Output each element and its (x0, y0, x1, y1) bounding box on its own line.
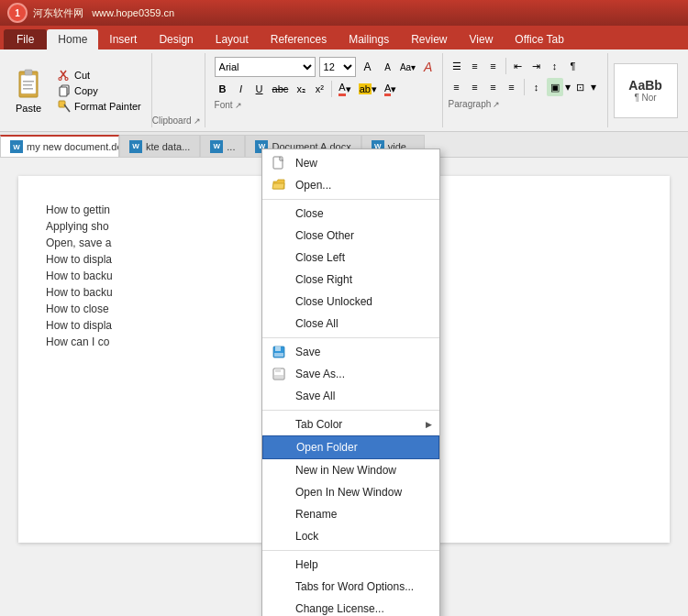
borders-button[interactable]: ⊡ (572, 78, 589, 96)
menu-item-close-all[interactable]: Close All (262, 313, 439, 335)
multilevel-button[interactable]: ≡ (485, 57, 502, 75)
tab-layout[interactable]: Layout (205, 29, 260, 50)
context-menu: New Open... Close Close Other Close Left… (261, 148, 440, 616)
strikethrough-button[interactable]: abc (270, 80, 292, 98)
italic-button[interactable]: I (233, 80, 250, 98)
underline-button[interactable]: U (251, 80, 268, 98)
menu-sep-1 (262, 199, 439, 200)
menu-item-open-window[interactable]: Open In New Window (262, 481, 439, 503)
menu-item-save-all[interactable]: Save All (262, 385, 439, 407)
svg-point-9 (65, 77, 68, 80)
clipboard-expander[interactable]: ↗ (194, 116, 201, 126)
menu-item-save-as[interactable]: Save As... (262, 363, 439, 385)
title-bar: 1 河东软件网 www.hope0359.cn (0, 0, 688, 26)
svg-rect-21 (274, 375, 283, 379)
font-color-button[interactable]: A▾ (336, 80, 353, 98)
copy-button[interactable]: Copy (55, 83, 144, 98)
cut-button[interactable]: Cut (55, 68, 144, 82)
svg-rect-18 (274, 353, 283, 357)
menu-item-rename[interactable]: Rename (262, 503, 439, 525)
tab-mailings[interactable]: Mailings (338, 29, 400, 50)
clipboard-label: Clipboard ↗ (152, 116, 201, 126)
bold-button[interactable]: B (215, 80, 231, 98)
svg-rect-20 (275, 368, 281, 372)
justify-button[interactable]: ≡ (504, 78, 520, 96)
doc-tab-1[interactable]: W kte data... (119, 135, 200, 157)
svg-rect-3 (23, 81, 34, 82)
menu-item-help[interactable]: Help (262, 554, 439, 576)
sort-button[interactable]: ↕ (547, 57, 563, 75)
highlight-color-button[interactable]: ab▾ (356, 80, 380, 98)
menu-item-close-unlocked[interactable]: Close Unlocked (262, 291, 439, 313)
text-effects-button[interactable]: A (420, 59, 437, 75)
align-left-button[interactable]: ≡ (449, 78, 465, 96)
bullets-button[interactable]: ☰ (449, 57, 465, 75)
tab-home[interactable]: Home (47, 29, 98, 50)
subscript-button[interactable]: x₂ (293, 80, 309, 98)
font-expander[interactable]: ↗ (235, 101, 242, 110)
tab-file[interactable]: File (4, 29, 47, 50)
menu-item-tab-color[interactable]: Tab Color (262, 413, 439, 435)
paste-button[interactable]: Paste (7, 65, 50, 116)
pilcrow-button[interactable]: ¶ (565, 57, 582, 75)
menu-item-close[interactable]: Close (262, 203, 439, 225)
text-color-button[interactable]: A▾ (382, 80, 399, 98)
decrease-indent-button[interactable]: ⇤ (510, 57, 527, 75)
menu-item-new-window[interactable]: New in New Window (262, 459, 439, 481)
tab-references[interactable]: References (260, 29, 338, 50)
menu-sep-4 (262, 550, 439, 551)
shading-button[interactable]: ▣ (547, 78, 563, 96)
menu-item-save[interactable]: Save (262, 341, 439, 363)
doc-tab-label-0: my new document.docx (27, 141, 119, 152)
copy-icon (58, 84, 71, 97)
clipboard-group: Paste Cut Copy (0, 53, 152, 127)
tab-design[interactable]: Design (148, 29, 204, 50)
menu-item-tabs-options[interactable]: Tabs for Word Options... (262, 576, 439, 598)
style-normal-box[interactable]: AaBb ¶ Nor (614, 63, 678, 118)
align-center-button[interactable]: ≡ (467, 78, 483, 96)
doc-tab-label-1: kte data... (146, 141, 190, 152)
change-case-button[interactable]: Aa▾ (400, 59, 416, 75)
tab-insert[interactable]: Insert (98, 29, 148, 50)
clipboard-small-buttons: Cut Copy Format Painter (55, 68, 144, 114)
svg-rect-5 (23, 88, 33, 90)
font-shrink-button[interactable]: A (380, 59, 396, 75)
font-name-select[interactable]: Arial (215, 57, 316, 77)
paste-icon (14, 68, 43, 103)
line-spacing-button[interactable]: ↕ (528, 78, 545, 96)
menu-item-lock[interactable]: Lock (262, 525, 439, 547)
save-as-icon (270, 367, 288, 381)
align-right-button[interactable]: ≡ (485, 78, 502, 96)
font-grow-button[interactable]: A (360, 59, 376, 75)
doc-tab-label-2: ... (227, 141, 235, 152)
menu-item-new[interactable]: New (262, 152, 439, 174)
tab-review[interactable]: Review (400, 29, 458, 50)
menu-item-close-left[interactable]: Close Left (262, 247, 439, 269)
doc-tab-icon-1: W (129, 140, 142, 153)
title-bar-text: 河东软件网 www.hope0359.cn (33, 6, 174, 20)
tab-officetab[interactable]: Office Tab (504, 29, 575, 50)
menu-sep-2 (262, 337, 439, 338)
doc-tab-2[interactable]: W ... (200, 135, 245, 157)
increase-indent-button[interactable]: ⇥ (528, 57, 545, 75)
svg-rect-4 (23, 84, 32, 86)
numbering-button[interactable]: ≡ (467, 57, 483, 75)
para-expander[interactable]: ↗ (493, 100, 500, 109)
tab-view[interactable]: View (459, 29, 505, 50)
format-painter-button[interactable]: Format Painter (55, 99, 144, 114)
doc-tab-0[interactable]: W my new document.docx (0, 135, 119, 157)
menu-item-change-license[interactable]: Change License... (262, 598, 439, 616)
menu-item-close-other[interactable]: Close Other (262, 225, 439, 247)
para-divider2 (524, 79, 525, 95)
styles-group: AaBb ¶ Nor (608, 53, 683, 127)
ribbon-tabs: File Home Insert Design Layout Reference… (0, 26, 688, 50)
svg-rect-17 (275, 346, 281, 351)
open-folder-icon (270, 178, 288, 192)
menu-item-close-right[interactable]: Close Right (262, 269, 439, 291)
font-size-select[interactable]: 12 (319, 57, 356, 77)
menu-item-open[interactable]: Open... (262, 174, 439, 196)
superscript-button[interactable]: x² (311, 80, 327, 98)
menu-item-open-folder[interactable]: Open Folder (262, 435, 439, 459)
new-doc-icon (270, 156, 288, 170)
doc-tab-icon-2: W (210, 140, 223, 153)
